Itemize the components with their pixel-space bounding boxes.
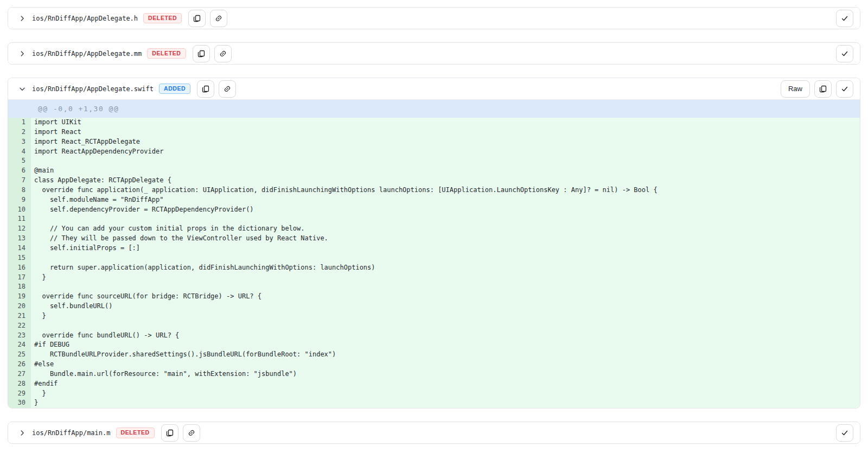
line-number: 27 <box>8 369 31 379</box>
line-number: 7 <box>8 176 31 186</box>
line-content: @main <box>31 166 860 176</box>
line-content: class AppDelegate: RCTAppDelegate { <box>31 176 860 186</box>
line-content: override func application(_ application:… <box>31 186 860 195</box>
line-number: 16 <box>8 263 31 273</box>
file-header-row[interactable]: ios/RnDiffApp/AppDelegate.h DELETED <box>8 8 860 29</box>
file-path: ios/RnDiffApp/AppDelegate.mm <box>32 50 142 58</box>
line-number: 30 <box>8 398 31 408</box>
code-line-row: 21 } <box>8 311 860 321</box>
line-number: 8 <box>8 186 31 195</box>
code-line-row: 11 <box>8 214 860 224</box>
chevron-right-icon[interactable] <box>18 14 27 23</box>
line-content: } <box>31 398 860 408</box>
line-number: 25 <box>8 350 31 360</box>
link-icon <box>219 49 227 58</box>
status-badge: DELETED <box>147 48 186 59</box>
code-line-row: 10 self.dependencyProvider = RCTAppDepen… <box>8 205 860 215</box>
line-number: 11 <box>8 214 31 224</box>
line-number: 1 <box>8 118 31 127</box>
line-content: Bundle.main.url(forResource: "main", wit… <box>31 369 860 379</box>
mark-done-button[interactable] <box>836 10 853 27</box>
link-button[interactable] <box>210 10 227 27</box>
line-content: } <box>31 311 860 321</box>
line-number: 2 <box>8 127 31 137</box>
file-card-expanded: ios/RnDiffApp/AppDelegate.swift ADDED Ra… <box>8 78 860 409</box>
line-content: RCTBundleURLProvider.sharedSettings().js… <box>31 350 860 360</box>
file-header-row[interactable]: ios/RnDiffApp/main.m DELETED <box>8 422 860 443</box>
copy-icon <box>201 85 210 93</box>
line-number: 26 <box>8 360 31 369</box>
file-card: ios/RnDiffApp/AppDelegate.mm DELETED <box>8 42 860 65</box>
line-number: 29 <box>8 389 31 399</box>
copy-path-button[interactable] <box>161 424 178 442</box>
check-icon <box>840 49 849 58</box>
file-card: ios/RnDiffApp/AppDelegate.h DELETED <box>8 7 860 29</box>
code-line-row: 13 // They will be passed down to the Vi… <box>8 234 860 244</box>
chevron-down-icon[interactable] <box>18 85 27 93</box>
line-content: override func bundleURL() -> URL? { <box>31 331 860 341</box>
code-line-row: 25 RCTBundleURLProvider.sharedSettings()… <box>8 350 860 360</box>
code-line-row: 12 // You can add your custom initial pr… <box>8 224 860 234</box>
status-badge: ADDED <box>159 84 190 94</box>
link-button[interactable] <box>214 45 232 62</box>
file-header-row[interactable]: ios/RnDiffApp/AppDelegate.mm DELETED <box>8 43 860 64</box>
line-content <box>31 321 860 331</box>
status-badge: DELETED <box>143 13 182 24</box>
code-line-row: 14 self.initialProps = [:] <box>8 244 860 253</box>
code-line-row: 6@main <box>8 166 860 176</box>
check-icon <box>840 85 849 93</box>
code-line-row: 28#endif <box>8 379 860 389</box>
file-card: ios/RnDiffApp/main.m DELETED <box>8 422 860 444</box>
line-content <box>31 156 860 166</box>
line-number: 9 <box>8 195 31 205</box>
code-line-row: 22 <box>8 321 860 331</box>
line-content: import UIKit <box>31 118 860 127</box>
chevron-right-icon[interactable] <box>18 49 27 58</box>
mark-done-button[interactable] <box>836 45 853 62</box>
hunk-header: @@ -0,0 +1,30 @@ <box>8 100 860 118</box>
line-number: 12 <box>8 224 31 234</box>
line-number: 18 <box>8 282 31 292</box>
line-number: 13 <box>8 234 31 244</box>
chevron-right-icon[interactable] <box>18 429 27 437</box>
line-number: 19 <box>8 292 31 302</box>
code-line-row: 1import UIKit <box>8 118 860 127</box>
link-button[interactable] <box>183 424 200 442</box>
file-path: ios/RnDiffApp/AppDelegate.swift <box>32 85 154 93</box>
status-badge: DELETED <box>116 428 155 438</box>
line-content: import ReactAppDependencyProvider <box>31 147 860 157</box>
mark-done-button[interactable] <box>836 80 853 98</box>
copy-path-button[interactable] <box>188 10 206 27</box>
code-line-row: 19 override func sourceURL(for bridge: R… <box>8 292 860 302</box>
line-number: 24 <box>8 340 31 350</box>
code-line-row: 17 } <box>8 273 860 283</box>
line-number: 22 <box>8 321 31 331</box>
line-content: #else <box>31 360 860 369</box>
file-header-row[interactable]: ios/RnDiffApp/AppDelegate.swift ADDED Ra… <box>8 78 860 100</box>
copy-content-button[interactable] <box>814 80 832 98</box>
line-number: 5 <box>8 156 31 166</box>
line-content: import React_RCTAppDelegate <box>31 137 860 147</box>
line-number: 21 <box>8 311 31 321</box>
code-line-row: 16 return super.application(application,… <box>8 263 860 273</box>
line-number: 28 <box>8 379 31 389</box>
code-line-row: 7class AppDelegate: RCTAppDelegate { <box>8 176 860 186</box>
copy-path-button[interactable] <box>193 45 210 62</box>
code-line-row: 4import ReactAppDependencyProvider <box>8 147 860 157</box>
copy-path-button[interactable] <box>197 80 214 98</box>
line-content <box>31 253 860 263</box>
check-icon <box>840 14 849 23</box>
link-button[interactable] <box>219 80 236 98</box>
line-content: override func sourceURL(for bridge: RCTB… <box>31 292 860 302</box>
line-content <box>31 214 860 224</box>
raw-button[interactable]: Raw <box>781 80 810 98</box>
line-content: self.dependencyProvider = RCTAppDependen… <box>31 205 860 215</box>
copy-icon <box>193 14 201 23</box>
code-line-row: 9 self.moduleName = "RnDiffApp" <box>8 195 860 205</box>
line-content: import React <box>31 127 860 137</box>
line-number: 14 <box>8 244 31 253</box>
mark-done-button[interactable] <box>836 424 853 442</box>
line-content: } <box>31 273 860 283</box>
line-number: 6 <box>8 166 31 176</box>
line-number: 17 <box>8 273 31 283</box>
